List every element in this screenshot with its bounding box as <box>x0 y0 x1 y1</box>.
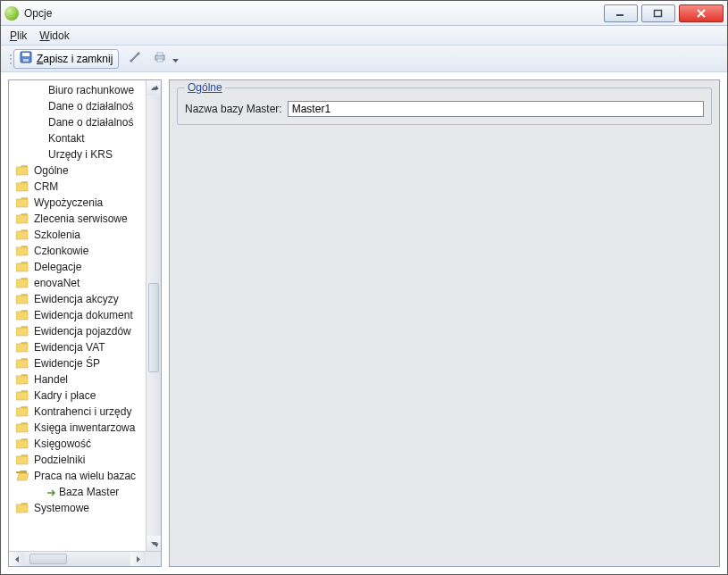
tools-button[interactable] <box>122 49 147 69</box>
folder-icon <box>16 246 29 256</box>
content-area: ▴ Biuro rachunkoweDane o działalnośDane … <box>1 72 727 574</box>
tree-child-item[interactable]: Urzędy i KRS <box>9 146 146 162</box>
options-tree[interactable]: ▴ Biuro rachunkoweDane o działalnośDane … <box>9 80 146 551</box>
tree-child-item[interactable]: Dane o działalnoś <box>9 98 146 114</box>
tree-folder[interactable]: Ewidencja VAT <box>9 339 146 355</box>
svg-rect-15 <box>16 247 28 255</box>
tree-selected-child[interactable]: Baza Master <box>9 484 146 500</box>
tree-folder[interactable]: enovaNet <box>9 275 146 291</box>
print-button[interactable] <box>147 49 185 69</box>
titlebar: Opcje <box>1 1 727 26</box>
group-legend[interactable]: Ogólne <box>185 81 225 94</box>
tree-folder[interactable]: Członkowie <box>9 243 146 259</box>
folder-icon <box>16 438 29 449</box>
folder-icon <box>16 326 29 337</box>
close-button[interactable] <box>679 4 724 22</box>
minimize-button[interactable] <box>604 4 638 22</box>
scroll-track-h[interactable] <box>24 552 130 566</box>
folder-icon <box>16 294 29 304</box>
svg-rect-8 <box>157 53 163 55</box>
svg-rect-26 <box>16 424 28 432</box>
svg-rect-27 <box>16 440 28 448</box>
folder-icon <box>16 278 29 288</box>
chevron-down-icon <box>172 53 179 65</box>
tree-child-item[interactable]: Biuro rachunkowe <box>9 82 146 98</box>
svg-rect-14 <box>16 231 28 239</box>
folder-icon <box>16 197 29 208</box>
general-groupbox: Ogólne Nazwa bazy Master: <box>177 88 712 125</box>
svg-rect-24 <box>16 392 28 400</box>
scroll-left-button[interactable] <box>9 552 24 566</box>
svg-rect-29 <box>16 504 28 512</box>
tree-folder[interactable]: Ewidencje ŚP <box>9 355 146 371</box>
svg-rect-25 <box>16 408 28 416</box>
svg-rect-0 <box>616 14 623 16</box>
folder-icon <box>16 213 29 224</box>
tree-folder[interactable]: CRM <box>9 179 146 195</box>
tree-folder[interactable]: Podzielniki <box>9 452 146 468</box>
svg-rect-23 <box>16 376 28 384</box>
svg-rect-28 <box>16 456 28 464</box>
tree-child-item[interactable]: Kontakt <box>9 130 146 146</box>
tree-folder[interactable]: Delegacje <box>9 259 146 275</box>
folder-icon <box>16 454 29 465</box>
tree-folder-open[interactable]: Praca na wielu bazac <box>9 468 146 484</box>
form-panel: Ogólne Nazwa bazy Master: <box>169 79 720 567</box>
folder-icon <box>16 374 29 385</box>
svg-rect-16 <box>16 263 28 271</box>
tree-folder[interactable]: Systemowe <box>9 500 146 516</box>
scroll-right-button[interactable] <box>130 552 146 566</box>
folder-icon <box>16 165 29 176</box>
window-title: Opcje <box>24 7 52 20</box>
svg-rect-13 <box>16 215 28 223</box>
options-window: Opcje Plik Widok ⋮ Zapisz i zamknij <box>0 0 728 575</box>
scroll-thumb-h[interactable] <box>29 554 67 564</box>
tree-child-item[interactable]: Dane o działalnoś <box>9 114 146 130</box>
svg-rect-4 <box>23 59 29 62</box>
svg-rect-1 <box>655 10 662 16</box>
folder-icon <box>16 310 29 321</box>
svg-rect-10 <box>16 167 28 175</box>
horizontal-scrollbar[interactable] <box>9 551 161 566</box>
menu-view[interactable]: Widok <box>39 29 69 42</box>
folder-icon <box>16 181 29 192</box>
folder-icon <box>16 406 29 417</box>
vertical-scrollbar[interactable] <box>146 80 161 551</box>
tree-folder[interactable]: Księga inwentarzowa <box>9 420 146 436</box>
tree-folder[interactable]: Ewidencja akcyzy <box>9 291 146 307</box>
tree-folder[interactable]: Zlecenia serwisowe <box>9 211 146 227</box>
arrow-right-icon <box>46 488 55 496</box>
window-controls <box>600 4 724 22</box>
folder-icon <box>16 358 29 369</box>
svg-rect-22 <box>16 360 28 368</box>
svg-point-6 <box>138 53 140 55</box>
folder-icon <box>16 503 29 513</box>
tree-folder[interactable]: Wypożyczenia <box>9 195 146 211</box>
tree-folder[interactable]: Kadry i płace <box>9 388 146 404</box>
tree-folder[interactable]: Ewidencja dokument <box>9 307 146 323</box>
tree-folder[interactable]: Kontrahenci i urzędy <box>9 404 146 420</box>
svg-rect-20 <box>16 328 28 336</box>
svg-rect-11 <box>16 183 28 191</box>
tree-folder[interactable]: Ewidencja pojazdów <box>9 323 146 339</box>
tree-folder[interactable]: Księgowość <box>9 436 146 452</box>
tools-icon <box>129 51 141 66</box>
toolbar: ⋮ Zapisz i zamknij <box>1 46 727 72</box>
maximize-button[interactable] <box>641 4 675 22</box>
save-and-close-button[interactable]: Zapisz i zamknij <box>13 49 119 69</box>
tree-folder[interactable]: Ogólne <box>9 162 146 179</box>
open-folder-icon <box>16 471 29 481</box>
tree-folder[interactable]: Szkolenia <box>9 227 146 243</box>
master-db-row: Nazwa bazy Master: <box>185 101 704 117</box>
scroll-thumb[interactable] <box>148 283 159 372</box>
master-db-label: Nazwa bazy Master: <box>185 103 282 115</box>
menu-file[interactable]: Plik <box>10 29 27 42</box>
tree-folder[interactable]: Handel <box>9 371 146 388</box>
svg-rect-18 <box>16 296 28 304</box>
folder-icon <box>16 262 29 272</box>
folder-icon <box>16 422 29 433</box>
scroll-track[interactable] <box>146 96 161 536</box>
svg-rect-17 <box>16 279 28 288</box>
folder-icon <box>16 342 29 353</box>
master-db-input[interactable] <box>288 101 704 117</box>
